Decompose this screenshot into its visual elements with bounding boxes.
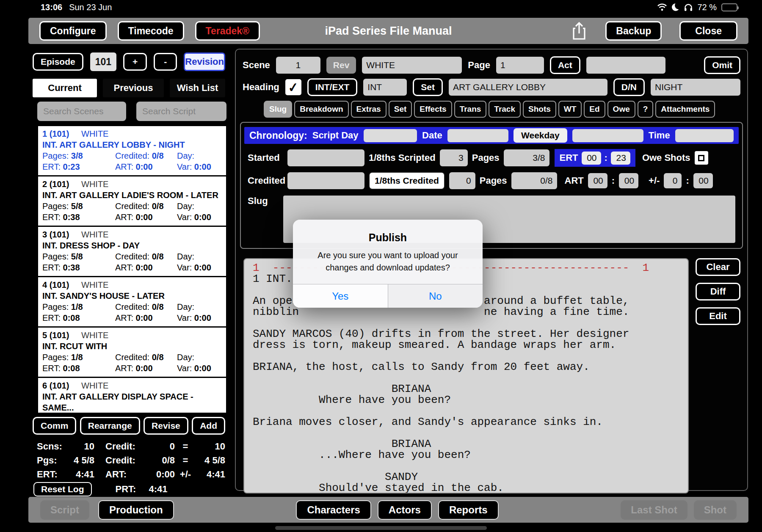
backup-button[interactable]: Backup	[605, 21, 662, 41]
tab-current[interactable]: Current	[33, 79, 97, 97]
totals-row: Scns:10Credit:0=10	[33, 439, 225, 453]
timecode-button[interactable]: Timecode	[118, 21, 184, 41]
editor-tab-4[interactable]: Effects	[414, 101, 452, 118]
started-field[interactable]	[287, 149, 364, 166]
editor-tab-0[interactable]: Slug	[264, 101, 292, 118]
scene-label: Scene	[243, 60, 270, 71]
editor-tab-6[interactable]: Track	[489, 101, 521, 118]
page-field[interactable]: 1	[496, 57, 544, 74]
scene-list-item[interactable]: 1 (101)WHITEINT. ART GALLERY LOBBY - NIG…	[38, 126, 226, 175]
pages-credited-field[interactable]: 0/8	[511, 172, 557, 189]
battery-icon	[721, 3, 737, 11]
shot-button[interactable]: Shot	[694, 500, 737, 520]
pages-scripted-field[interactable]: 3/8	[504, 149, 549, 166]
time-field[interactable]	[675, 129, 734, 142]
int-ext-field[interactable]: INT	[363, 79, 407, 96]
act-field[interactable]	[586, 57, 665, 74]
editor-tab-12[interactable]: Attachments	[655, 101, 715, 118]
owe-shots-label: Owe Shots	[642, 152, 690, 163]
act-button[interactable]: Act	[550, 56, 580, 74]
add-button[interactable]: Add	[192, 417, 225, 435]
close-button[interactable]: Close	[679, 21, 737, 41]
scene-list-item[interactable]: 2 (101)WHITEINT. ART GALLERY LADIE'S ROO…	[38, 176, 226, 226]
rearrange-button[interactable]: Rearrange	[80, 417, 140, 435]
comm-button[interactable]: Comm	[33, 417, 76, 435]
editor-tab-11[interactable]: ?	[638, 101, 654, 118]
credited-label: Credited	[248, 175, 283, 186]
int-ext-button[interactable]: INT/EXT	[307, 78, 358, 96]
credited-8ths-field[interactable]: 0	[449, 172, 475, 189]
script-line: Briana moves closer, and Sandy's appeara…	[253, 416, 688, 427]
search-script-input[interactable]	[136, 102, 226, 121]
episode-minus-button[interactable]: -	[154, 53, 177, 71]
ert-hours-field[interactable]: 00	[582, 152, 601, 165]
script-line: SANDY	[253, 471, 688, 482]
scene-list-item[interactable]: 4 (101)WHITEINT. SANDY'S HOUSE - LATERPa…	[38, 277, 226, 326]
editor-tab-10[interactable]: Owe	[607, 101, 635, 118]
dn-button[interactable]: D/N	[613, 78, 645, 96]
configure-button[interactable]: Configure	[39, 21, 107, 41]
characters-button[interactable]: Characters	[296, 500, 371, 520]
revision-field[interactable]: Revision	[184, 52, 225, 71]
actors-button[interactable]: Actors	[378, 500, 432, 520]
tab-wish-list[interactable]: Wish List	[170, 79, 225, 97]
editor-tab-8[interactable]: WT	[558, 101, 582, 118]
revision-color-field[interactable]: WHITE	[362, 57, 462, 74]
set-button[interactable]: Set	[413, 78, 443, 96]
reports-button[interactable]: Reports	[438, 500, 499, 520]
scene-number-field[interactable]: 1	[276, 57, 320, 74]
teradek-button[interactable]: Teradek®	[195, 21, 260, 41]
omit-button[interactable]: Omit	[704, 56, 740, 74]
slug-label: Slug	[248, 196, 278, 243]
weekday-field[interactable]	[572, 129, 643, 142]
script-view-button[interactable]: Script	[40, 500, 89, 520]
editor-tab-2[interactable]: Extras	[351, 101, 387, 118]
diff-button[interactable]: Diff	[696, 283, 740, 300]
credited-8ths-button[interactable]: 1/8ths Credited	[369, 172, 445, 190]
revise-button[interactable]: Revise	[144, 417, 188, 435]
pm-hours-field[interactable]: 0	[664, 173, 682, 188]
art-minutes-field[interactable]: 00	[619, 173, 638, 188]
edit-button[interactable]: Edit	[696, 307, 740, 325]
script-line: BRIANA, the host, calls to Sandy from 20…	[253, 361, 688, 372]
editor-tab-7[interactable]: Shots	[523, 101, 556, 118]
date-field[interactable]	[447, 129, 508, 142]
scene-list-item[interactable]: 5 (101)WHITEINT. RCUT WITHPages: 1/8Cred…	[38, 328, 226, 377]
episode-button[interactable]: Episode	[33, 53, 83, 71]
dialog-no-button[interactable]: No	[388, 284, 483, 308]
clear-button[interactable]: Clear	[696, 258, 740, 276]
script-day-field[interactable]	[364, 129, 417, 142]
checkmark-icon: ✓	[287, 79, 299, 95]
rev-button[interactable]: Rev	[326, 57, 356, 74]
last-shot-button[interactable]: Last Shot	[621, 500, 687, 520]
scene-list-item[interactable]: 3 (101)WHITEINT. DRESS SHOP - DAYPages: …	[38, 227, 226, 276]
set-field[interactable]: ART GALLERY LOBBY	[449, 79, 607, 96]
editor-tab-5[interactable]: Trans	[454, 101, 487, 118]
editor-tab-3[interactable]: Set	[389, 101, 412, 118]
home-indicator[interactable]	[275, 526, 487, 530]
ert-minutes-field[interactable]: 23	[611, 152, 630, 165]
episode-number-field[interactable]: 101	[90, 52, 116, 71]
weekday-button[interactable]: Weekday	[514, 128, 567, 143]
credited-field[interactable]	[287, 172, 364, 189]
dn-field[interactable]: NIGHT	[651, 79, 740, 96]
ert-label: ERT	[560, 152, 578, 163]
art-hours-field[interactable]: 00	[588, 173, 607, 188]
editor-tab-9[interactable]: Ed	[584, 101, 605, 118]
scene-list-item[interactable]: 6 (101)WHITEINT. ART GALLERY DISPLAY SPA…	[38, 378, 226, 413]
pm-minutes-field[interactable]: 00	[693, 173, 713, 188]
chronology-label: Chronology:	[249, 130, 307, 141]
production-view-button[interactable]: Production	[98, 500, 174, 520]
heading-checkbox[interactable]: ✓	[285, 79, 301, 95]
episode-plus-button[interactable]: +	[123, 53, 147, 71]
scripted-8ths-field[interactable]: 3	[440, 149, 468, 166]
owe-shots-checkbox[interactable]	[695, 151, 708, 165]
editor-tabs: SlugBreakdownExtrasSetEffectsTransTrackS…	[264, 101, 743, 118]
tab-previous[interactable]: Previous	[103, 79, 164, 97]
heading-label: Heading	[243, 82, 279, 93]
search-scenes-input[interactable]	[37, 102, 126, 121]
reset-log-button[interactable]: Reset Log	[33, 482, 92, 496]
editor-tab-1[interactable]: Breakdown	[294, 101, 348, 118]
dialog-yes-button[interactable]: Yes	[293, 284, 388, 308]
share-upload-icon[interactable]	[571, 21, 588, 41]
